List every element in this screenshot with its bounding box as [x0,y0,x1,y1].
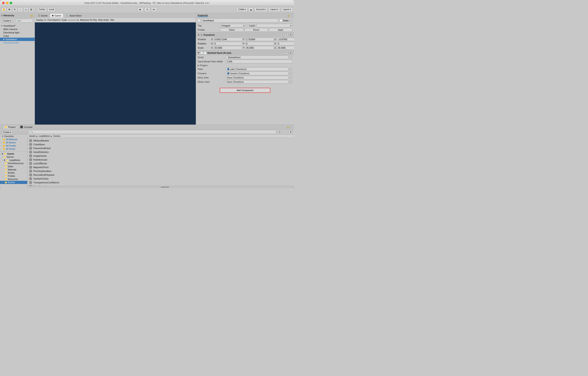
script-component-checkbox[interactable] [200,52,203,54]
transform-tool-button[interactable]: ⊞ [29,7,34,12]
bottom-menu-icon[interactable]: ⋮ [290,126,292,128]
stats-button[interactable]: Stat [110,19,114,21]
game-view-canvas[interactable] [35,22,196,124]
object-active-checkbox[interactable] [198,19,200,22]
cloud-button[interactable]: ☁ [248,7,253,12]
static-checkbox[interactable] [280,19,282,22]
account-button[interactable]: Account ▾ [254,7,267,12]
scale-y-input[interactable]: 25.0365 [245,46,274,49]
play-button[interactable]: ▶ [137,7,143,12]
project-search-options-button[interactable]: ★ [289,130,293,134]
sidebar-item-all-materials[interactable]: All Materials [0,138,27,141]
hand-width-value[interactable]: 0.085 [226,60,292,63]
forearm-field-value[interactable]: 👤 forearm (Transform) [226,72,289,75]
layers-button[interactable]: Layers ▾ [268,7,280,12]
script-help-icon[interactable]: ? [285,51,288,55]
layer-dropdown[interactable]: ▾ [256,24,292,27]
hierarchy-item-directional-light[interactable]: Directional light [0,31,35,34]
prefab-apply-button[interactable]: Apply [269,28,292,32]
tab-asset-store[interactable]: 🛒 Asset Store [63,13,84,18]
project-filter-button[interactable]: ⊙ [278,130,282,134]
elbow-circle-button[interactable]: ○ [289,80,292,83]
file-recordandplayback[interactable]: ⬡ RecordAndPlayback [27,173,294,177]
asset-models[interactable]: 📁 Models [0,171,27,175]
step-button[interactable]: ⏭ [151,7,157,12]
sidebar-item-all-models[interactable]: All Models [0,141,27,144]
project-bookmark-button[interactable]: ☆ [283,130,287,134]
file-transparencyconfidence[interactable]: ⬡ TransparencyConfidence [27,181,294,184]
elbow-field-value[interactable]: None (Transform) [226,80,289,84]
transform-header[interactable]: ▼ ⤡ Transform ? ⚙ [196,33,294,37]
close-button[interactable] [2,2,5,4]
bottom-lock-icon[interactable]: 🔒 [287,126,289,128]
breadcrumb-scenes[interactable]: Scenes [53,135,60,137]
scale-tool-button[interactable]: ↔ [18,7,23,12]
file-handdetection[interactable]: ⬡ HandDetection [27,150,294,154]
asset-scenes[interactable]: 📁 Scenes [0,181,27,184]
scale-x-input[interactable]: 25.0365 [214,46,242,49]
script-settings-icon[interactable]: ⚙ [289,51,292,55]
move-tool-button[interactable]: ✥ [7,7,12,12]
asset-prefabs[interactable]: 📁 Prefabs [0,175,27,178]
tab-console[interactable]: ⬛ Console [18,125,35,129]
tag-dropdown[interactable]: Untagged ▾ [220,24,245,27]
forearm-circle-button[interactable]: ○ [289,72,292,75]
file-kaleidoscope[interactable]: ⬡ Kaleidoscope [27,158,294,162]
asset-materials[interactable]: 📁 Materials [0,168,27,171]
sidebar-item-all-scripts[interactable]: All Scripts [0,147,27,151]
transform-help-icon[interactable]: ? [285,33,288,37]
wrist-circle-button[interactable]: ○ [289,76,292,79]
hierarchy-item-main-camera[interactable]: Main Camera [0,27,35,31]
tab-project[interactable]: 📁 Project [2,125,18,129]
rect-tool-button[interactable]: ▭ [23,7,28,12]
prefab-select-button[interactable]: Select [220,28,243,32]
position-z-input[interactable]: -13.87581 [277,38,294,41]
object-name-input[interactable]: VoxelHand [201,19,278,22]
scrollbar-thumb[interactable] [161,187,169,188]
asset-demoresources[interactable]: 📁 DemoResources [0,162,27,165]
file-flowerandrobot[interactable]: ⬡ FlowerAndRobot [27,146,294,150]
file-imagehands[interactable]: ⬡ ImageHands [27,154,294,158]
local-button[interactable]: Local [48,7,55,12]
palm-field-value[interactable]: 👤 palm (Transform) [226,67,289,71]
rotation-y-input[interactable]: 0 [245,42,274,45]
asset-leapmotion[interactable]: ▼ 📁 LeapMotion [0,159,27,162]
tab-game[interactable]: ▶ Game [50,13,63,18]
position-x-input[interactable]: 0.005171046 [214,38,242,41]
file-voxelhand[interactable]: ⬡ VoxelHand [27,184,294,186]
inspector-lock-icon[interactable]: 🔒 [287,14,290,16]
hierarchy-item-cube[interactable]: Cube [0,34,35,38]
collab-button[interactable]: Collab ▾ [236,7,248,12]
display-selector[interactable]: Display 1 ▾ [36,19,46,21]
fingers-section[interactable]: ▶ Fingers [196,64,294,67]
transform-settings-icon[interactable]: ⚙ [289,33,292,37]
tab-inspector[interactable]: Inspector [198,14,208,17]
project-create-button[interactable]: Create ▾ [2,131,13,134]
asset-editor[interactable]: 📁 Editor [0,165,27,168]
asset-resources[interactable]: 📁 Resources [0,178,27,181]
hierarchy-create-button[interactable]: Create ▾ [2,19,13,23]
hierarchy-lock-icon[interactable]: 🔒 [31,14,33,17]
script-field-value[interactable]: SkeletalHand [226,55,289,59]
pause-button[interactable]: ⏸ [144,7,150,12]
aspect-selector[interactable]: Free Aspect ▾ [48,19,60,21]
maximize-toggle[interactable]: Maximize On Play [80,19,97,21]
asset-gizmos[interactable]: 📁 Gizmos [0,155,27,159]
rotation-z-input[interactable]: 0 [277,42,294,45]
mute-toggle[interactable]: Mute Audio [98,19,109,21]
add-component-button[interactable]: Add Component [220,88,270,93]
script-component-header[interactable]: ▼ 📄 Skeletal Hand (Script) ? ⚙ [196,51,294,55]
sidebar-item-all-prefabs[interactable]: All Prefabs [0,144,27,147]
file-magneticpinch[interactable]: ⬡ MagneticPinch [27,165,294,169]
rotate-tool-button[interactable]: ↻ [12,7,17,12]
hand-tool-button[interactable]: ✋ [1,7,6,12]
inspector-menu-icon[interactable]: ⋮ [290,14,292,16]
project-search-bar[interactable]: 🔍 [29,130,276,134]
hierarchy-search-input[interactable] [19,20,32,22]
tab-scene[interactable]: ⬡ Scene [36,13,50,18]
file-lotsofblocks[interactable]: ⬡ LotsOfBlocks [27,162,294,165]
layout-button[interactable]: Layout ▾ [281,7,293,12]
minimize-button[interactable] [6,2,9,4]
breadcrumb-leapmotion[interactable]: LeapMotion [39,135,50,137]
palm-circle-button[interactable]: ○ [289,68,292,71]
